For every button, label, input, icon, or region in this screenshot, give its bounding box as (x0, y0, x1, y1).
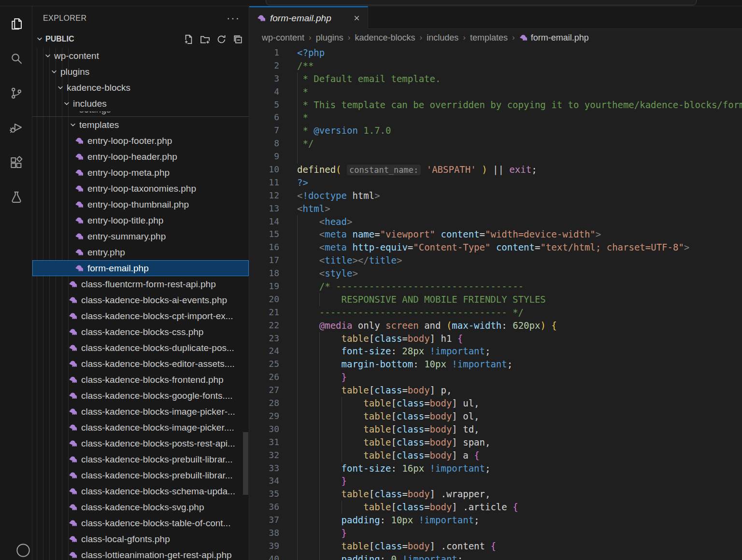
tree-item-file-entry-loop-header-php[interactable]: entry-loop-header.php (32, 149, 249, 165)
code-line-22[interactable]: 22 @media only screen and (max-width: 62… (249, 319, 742, 332)
line-number[interactable]: 12 (249, 189, 279, 202)
line-number[interactable]: 33 (249, 462, 279, 475)
code-line-12[interactable]: 12<!doctype html> (249, 189, 742, 202)
tab-form-email[interactable]: form-email.php (249, 6, 368, 29)
extensions-icon[interactable] (0, 145, 32, 180)
line-number[interactable]: 37 (249, 514, 279, 527)
explorer-icon[interactable] (0, 6, 32, 41)
tree-item-file-entry-loop-meta-php[interactable]: entry-loop-meta.php (32, 165, 249, 181)
account-icon[interactable] (7, 533, 32, 560)
tree-item-file-entry-summary-php[interactable]: entry-summary.php (32, 228, 249, 244)
more-actions-icon[interactable]: ··· (227, 16, 240, 21)
line-number[interactable]: 27 (249, 384, 279, 397)
tree-item-folder-templates[interactable]: templates (32, 117, 249, 133)
code-line-37[interactable]: 37 padding: 10px !important; (249, 514, 742, 527)
line-number[interactable]: 22 (249, 319, 279, 332)
tree-item-file-class-kadence-blocks-image-picker-[interactable]: class-kadence-blocks-image-picker.... (32, 420, 249, 435)
breadcrumb-item-includes[interactable]: includes (427, 33, 458, 43)
code-line-33[interactable]: 33 font-size: 16px !important; (249, 462, 742, 475)
breadcrumb-item-wp-content[interactable]: wp-content (262, 33, 304, 43)
code-line-31[interactable]: 31 table[class=body] span, (249, 436, 742, 449)
line-number[interactable]: 3 (249, 72, 279, 85)
code-line-14[interactable]: 14 <head> (249, 215, 742, 228)
code-line-3[interactable]: 3 * Default email template. (249, 72, 742, 85)
code-line-40[interactable]: 40 padding: 0 !important; (249, 553, 742, 560)
tree-item-file-form-email-php[interactable]: form-email.php (32, 260, 249, 276)
tree-item-file-class-kadence-blocks-ai-events-php[interactable]: class-kadence-blocks-ai-events.php (32, 292, 249, 308)
code-line-34[interactable]: 34 } (249, 475, 742, 488)
code-line-21[interactable]: 21 ---------------------------------- */ (249, 306, 742, 319)
line-number[interactable]: 18 (249, 267, 279, 280)
line-number[interactable]: 1 (249, 46, 279, 59)
command-center[interactable] (266, 0, 697, 5)
testing-icon[interactable] (0, 180, 32, 215)
line-number[interactable]: 34 (249, 475, 279, 488)
line-number[interactable]: 28 (249, 397, 279, 410)
breadcrumb-item-templates[interactable]: templates (470, 33, 508, 43)
line-number[interactable]: 20 (249, 293, 279, 306)
tree-item-file-class-kadence-blocks-editor-assets-[interactable]: class-kadence-blocks-editor-assets.... (32, 356, 249, 372)
line-number[interactable]: 14 (249, 215, 279, 228)
line-number[interactable]: 39 (249, 540, 279, 553)
tree-item-file-class-kadence-blocks-schema-upda-[interactable]: class-kadence-blocks-schema-upda... (32, 483, 249, 499)
section-header-public[interactable]: PUBLIC (32, 30, 249, 48)
breadcrumb-item-plugins[interactable]: plugins (316, 33, 343, 43)
code-line-5[interactable]: 5 * This template can be overridden by c… (249, 98, 742, 112)
line-number[interactable]: 26 (249, 371, 279, 384)
code-line-26[interactable]: 26 } (249, 371, 742, 384)
breadcrumb-item-kadence-blocks[interactable]: kadence-blocks (355, 33, 415, 43)
tree-item-file-class-kadence-blocks-prebuilt-librar-[interactable]: class-kadence-blocks-prebuilt-librar... (32, 451, 249, 467)
line-number[interactable]: 29 (249, 410, 279, 423)
line-number[interactable]: 16 (249, 241, 279, 254)
new-file-icon[interactable] (184, 34, 194, 44)
code-line-20[interactable]: 20 RESPONSIVE AND MOBILE FRIENDLY STYLES (249, 293, 742, 306)
line-number[interactable]: 38 (249, 527, 279, 540)
tree-item-file-class-kadence-blocks-table-of-cont-[interactable]: class-kadence-blocks-table-of-cont... (32, 515, 249, 531)
code-line-35[interactable]: 35 table[class=body] .wrapper, (249, 488, 742, 501)
line-number[interactable]: 40 (249, 553, 279, 560)
code-line-27[interactable]: 27 table[class=body] p, (249, 384, 742, 397)
tree-item-file-class-kadence-blocks-duplicate-pos-[interactable]: class-kadence-blocks-duplicate-pos... (32, 340, 249, 356)
run-debug-icon[interactable] (0, 111, 32, 145)
line-number[interactable]: 15 (249, 228, 279, 241)
line-number[interactable]: 32 (249, 449, 279, 462)
tree-item-file-class-kadence-blocks-image-picker-[interactable]: class-kadence-blocks-image-picker-... (32, 404, 249, 420)
tree-item-file-class-kadence-blocks-css-php[interactable]: class-kadence-blocks-css.php (32, 324, 249, 340)
tree-item-folder-plugins[interactable]: plugins (32, 64, 249, 80)
code-line-16[interactable]: 16 <meta http-equiv="Content-Type" conte… (249, 241, 742, 254)
code-line-17[interactable]: 17 <title></title> (249, 254, 742, 267)
tree-item-file-class-kadence-blocks-google-fonts-[interactable]: class-kadence-blocks-google-fonts.... (32, 388, 249, 404)
line-number[interactable]: 25 (249, 358, 279, 371)
breadcrumb-item-file[interactable]: form-email.php (519, 33, 589, 43)
code-line-38[interactable]: 38 } (249, 527, 742, 540)
code-line-13[interactable]: 13<html> (249, 202, 742, 215)
tree-item-file-class-kadence-blocks-cpt-import-ex-[interactable]: class-kadence-blocks-cpt-import-ex... (32, 308, 249, 324)
tree-item-file-class-kadence-blocks-posts-rest-api-[interactable]: class-kadence-blocks-posts-rest-api... (32, 435, 249, 451)
line-number[interactable]: 17 (249, 254, 279, 267)
code-line-28[interactable]: 28 table[class=body] ul, (249, 397, 742, 410)
line-number[interactable]: 4 (249, 85, 279, 98)
code-line-39[interactable]: 39 table[class=body] .content { (249, 540, 742, 553)
new-folder-icon[interactable] (200, 34, 210, 44)
code-line-23[interactable]: 23 table[class=body] h1 { (249, 332, 742, 345)
line-number[interactable]: 23 (249, 332, 279, 345)
tree-item-folder-includes[interactable]: includes (32, 96, 249, 112)
code-line-25[interactable]: 25 margin-bottom: 10px !important; (249, 358, 742, 371)
line-number[interactable]: 36 (249, 501, 279, 514)
code-line-2[interactable]: 2/** (249, 59, 742, 72)
code-line-7[interactable]: 7 * @version 1.7.0 (249, 124, 742, 137)
line-number[interactable]: 35 (249, 488, 279, 501)
tree-item-file-class-fluentcrm-form-rest-api-php[interactable]: class-fluentcrm-form-rest-api.php (32, 276, 249, 292)
line-number[interactable]: 19 (249, 280, 279, 293)
line-number[interactable]: 11 (249, 176, 279, 189)
line-number[interactable]: 8 (249, 137, 279, 150)
code-line-24[interactable]: 24 font-size: 28px !important; (249, 345, 742, 358)
code-line-29[interactable]: 29 table[class=body] ol, (249, 410, 742, 423)
line-number[interactable]: 10 (249, 163, 279, 176)
line-number[interactable]: 24 (249, 345, 279, 358)
line-number[interactable]: 31 (249, 436, 279, 449)
line-number[interactable]: 9 (249, 150, 279, 163)
tree-item-file-class-kadence-blocks-prebuilt-librar-[interactable]: class-kadence-blocks-prebuilt-librar... (32, 467, 249, 483)
tree-item-folder-settings[interactable]: settings (32, 112, 249, 117)
search-icon[interactable] (0, 41, 32, 76)
